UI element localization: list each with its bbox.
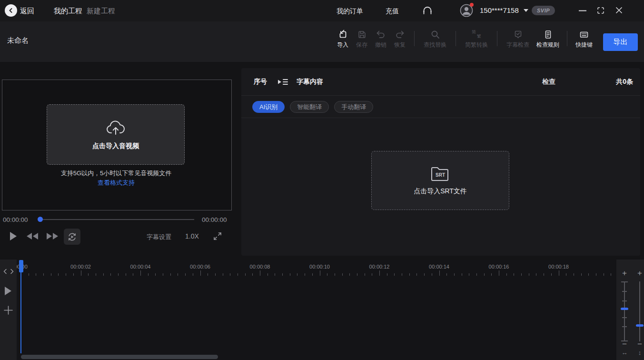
ruler-tick: [342, 273, 343, 276]
check-rules-button[interactable]: 检查规则: [534, 30, 562, 49]
hzoom-out-button[interactable]: −: [620, 340, 629, 349]
find-replace-button[interactable]: 查找替换: [419, 30, 451, 49]
timeline-ruler[interactable]: 00:0000:00:0200:00:0400:00:0600:00:0800:…: [17, 260, 616, 278]
ruler-tick: [268, 273, 268, 276]
toolbar-tools: 导入 保存 撤销: [333, 30, 596, 49]
simplified-traditional-button[interactable]: 简繁 简繁转换: [461, 30, 492, 49]
import-button[interactable]: 导入: [333, 30, 352, 49]
ruler-tick: [110, 273, 111, 276]
my-orders-link[interactable]: 我的订单: [337, 7, 363, 16]
undo-icon: [376, 30, 386, 39]
seek-bar[interactable]: [38, 219, 194, 220]
hzoom-in-button[interactable]: +: [620, 269, 629, 278]
ruler-tick: [469, 273, 469, 276]
nav-new-project[interactable]: 新建工程: [87, 7, 115, 16]
tool-label: 恢复: [394, 41, 406, 49]
ruler-tick: [245, 273, 246, 276]
ruler-tick: [462, 273, 462, 276]
toolbar-divider: [456, 31, 456, 46]
ruler-tick: [58, 273, 59, 276]
headphones-support-icon[interactable]: [422, 5, 433, 16]
export-button[interactable]: 导出: [603, 33, 638, 51]
check-label[interactable]: 检查: [542, 78, 555, 86]
save-button[interactable]: 保存: [352, 30, 371, 49]
ruler-tick: [88, 273, 89, 276]
keyboard-icon: [579, 30, 589, 39]
ruler-tick: [506, 273, 507, 276]
ruler-tick: [581, 273, 582, 276]
ruler-tick: [596, 273, 596, 276]
toolbar-divider: [414, 31, 415, 46]
play-order-icon[interactable]: [277, 78, 288, 86]
ruler-tick: [484, 273, 485, 276]
format-support-link[interactable]: 查看格式支持: [0, 179, 232, 187]
ruler-tick: [230, 273, 230, 276]
redo-button[interactable]: 恢复: [390, 30, 409, 49]
playhead-handle[interactable]: [19, 260, 23, 272]
ruler-tick: [215, 273, 216, 276]
seek-handle[interactable]: [38, 217, 43, 222]
import-srt-dropzone[interactable]: SRT 点击导入SRT文件: [371, 151, 509, 210]
ruler-time-label: 00:00:16: [489, 264, 509, 270]
ruler-tick: [514, 273, 514, 276]
tool-label: 查找替换: [424, 41, 446, 49]
project-title[interactable]: 未命名: [7, 36, 29, 45]
fullscreen-icon[interactable]: [213, 232, 222, 240]
save-icon: [357, 30, 367, 39]
ruler-tick: [73, 273, 74, 276]
vzoom-out-button[interactable]: −: [635, 340, 644, 349]
loop-play-button[interactable]: [64, 229, 80, 245]
ruler-tick: [103, 273, 104, 276]
close-button[interactable]: [615, 7, 623, 14]
ruler-tick: [365, 273, 365, 276]
play-button[interactable]: [10, 232, 17, 240]
ruler-tick: [178, 273, 178, 276]
column-index-header: 序号: [254, 78, 267, 86]
ruler-tick: [238, 273, 238, 276]
simplified-traditional-icon: 简繁: [472, 30, 481, 39]
timeline-scrollbar[interactable]: [21, 355, 218, 359]
ruler-tick: [163, 273, 163, 276]
ruler-tick: [66, 273, 66, 276]
vzoom-slider[interactable]: [633, 280, 644, 342]
ruler-tick: [297, 273, 297, 276]
hzoom-slider-handle[interactable]: [621, 308, 628, 310]
shortcut-keys-button[interactable]: 快捷键: [572, 30, 596, 49]
tab-smart-translation[interactable]: 智能翻译: [290, 101, 329, 113]
hzoom-slider[interactable]: [618, 280, 631, 342]
ruler-tick: [43, 273, 44, 276]
chevron-down-icon[interactable]: [524, 9, 528, 12]
ruler-tick: [559, 270, 559, 276]
minimize-button[interactable]: [579, 10, 586, 11]
tool-label: 检查规则: [536, 41, 559, 49]
rewind-button[interactable]: [27, 233, 39, 240]
subtitle-settings-button[interactable]: 字幕设置: [147, 233, 171, 241]
redo-icon: [395, 30, 405, 39]
vzoom-axis-icon: ↕: [635, 349, 644, 356]
search-icon: [431, 30, 440, 39]
import-media-dropzone[interactable]: 点击导入音视频: [47, 104, 185, 165]
subtitle-check-button[interactable]: 字幕检查: [502, 30, 534, 49]
ruler-tick: [349, 273, 350, 276]
ruler-tick: [275, 273, 275, 276]
nav-my-projects[interactable]: 我的工程: [54, 7, 82, 16]
vzoom-in-button[interactable]: +: [635, 269, 644, 278]
tab-ai-recognition[interactable]: AI识别: [252, 101, 285, 113]
tab-manual-translation[interactable]: 手动翻译: [334, 101, 373, 113]
fast-forward-button[interactable]: [46, 233, 58, 240]
ruler-tick: [402, 273, 402, 276]
undo-button[interactable]: 撤销: [371, 30, 390, 49]
back-button[interactable]: [5, 4, 17, 17]
import-srt-label: 点击导入SRT文件: [414, 187, 467, 196]
account-number[interactable]: 150****7158: [480, 6, 519, 14]
recharge-link[interactable]: 充值: [386, 7, 399, 16]
back-label[interactable]: 返回: [20, 7, 34, 16]
playback-speed-button[interactable]: 1.0X: [185, 232, 199, 240]
vzoom-slider-handle[interactable]: [636, 324, 644, 327]
horizontal-resize-icon[interactable]: [3, 269, 14, 274]
ruler-tick: [476, 273, 477, 276]
timeline-play-icon[interactable]: [5, 287, 12, 295]
maximize-button[interactable]: [597, 7, 604, 14]
ruler-time-label: 00:00:02: [70, 264, 91, 270]
add-track-icon[interactable]: [3, 305, 13, 315]
